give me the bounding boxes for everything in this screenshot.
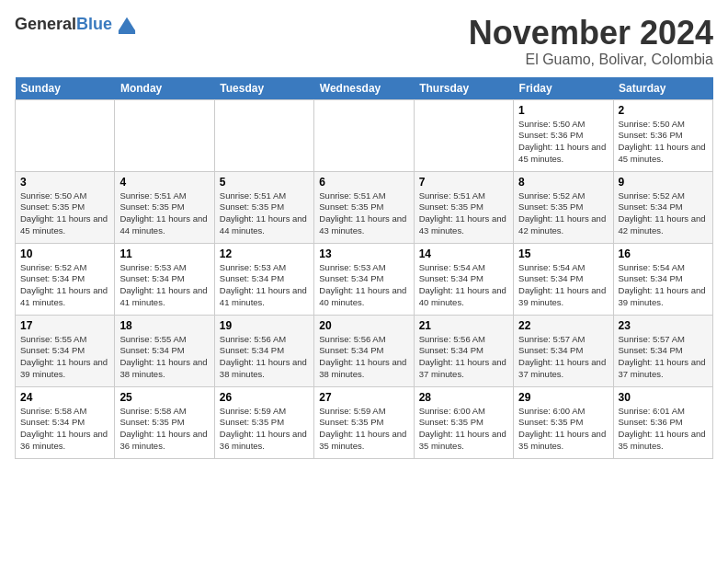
calendar-cell: 28 Sunrise: 6:00 AM Sunset: 5:35 PM Dayl… <box>414 386 513 458</box>
cell-date: 16 <box>619 247 708 260</box>
calendar-title: November 2024 <box>469 15 713 52</box>
cell-daylight: Daylight: 11 hours and 36 minutes. <box>220 429 309 453</box>
cell-daylight: Daylight: 11 hours and 43 minutes. <box>419 213 508 237</box>
cell-date: 12 <box>220 247 309 260</box>
cell-sunset: Sunset: 5:34 PM <box>119 273 209 285</box>
calendar-header-row: SundayMondayTuesdayWednesdayThursdayFrid… <box>16 77 713 100</box>
calendar-cell: 6 Sunrise: 5:51 AM Sunset: 5:35 PM Dayli… <box>314 171 414 243</box>
calendar-week-2: 3 Sunrise: 5:50 AM Sunset: 5:35 PM Dayli… <box>16 171 713 243</box>
cell-sunrise: Sunrise: 5:54 AM <box>619 262 708 274</box>
cell-sunrise: Sunrise: 5:52 AM <box>20 262 109 274</box>
col-header-monday: Monday <box>115 77 214 100</box>
cell-date: 8 <box>518 176 608 189</box>
cell-sunrise: Sunrise: 5:51 AM <box>220 190 309 202</box>
cell-date: 22 <box>518 319 608 332</box>
cell-sunset: Sunset: 5:35 PM <box>119 201 209 213</box>
calendar-cell: 30 Sunrise: 6:01 AM Sunset: 5:36 PM Dayl… <box>613 386 712 458</box>
cell-sunrise: Sunrise: 5:51 AM <box>119 190 209 202</box>
cell-daylight: Daylight: 11 hours and 36 minutes. <box>20 429 109 453</box>
cell-sunrise: Sunrise: 5:55 AM <box>119 334 209 346</box>
logo: GeneralBlue <box>15 15 140 34</box>
cell-sunrise: Sunrise: 5:57 AM <box>518 334 608 346</box>
cell-sunrise: Sunrise: 5:51 AM <box>319 190 408 202</box>
cell-sunrise: Sunrise: 5:53 AM <box>319 262 408 274</box>
calendar-cell: 2 Sunrise: 5:50 AM Sunset: 5:36 PM Dayli… <box>613 99 712 171</box>
cell-date: 26 <box>220 391 309 404</box>
cell-daylight: Daylight: 11 hours and 43 minutes. <box>319 213 408 237</box>
cell-date: 4 <box>119 176 209 189</box>
cell-date: 9 <box>619 176 708 189</box>
cell-sunset: Sunset: 5:34 PM <box>220 345 309 357</box>
calendar-cell: 22 Sunrise: 5:57 AM Sunset: 5:34 PM Dayl… <box>514 315 613 386</box>
cell-daylight: Daylight: 11 hours and 37 minutes. <box>419 357 508 381</box>
cell-daylight: Daylight: 11 hours and 39 minutes. <box>518 285 608 309</box>
logo-general-text: General <box>15 15 76 34</box>
cell-daylight: Daylight: 11 hours and 35 minutes. <box>619 429 708 453</box>
calendar-cell: 21 Sunrise: 5:56 AM Sunset: 5:34 PM Dayl… <box>414 315 513 386</box>
cell-sunset: Sunset: 5:36 PM <box>619 130 708 142</box>
calendar-cell: 8 Sunrise: 5:52 AM Sunset: 5:35 PM Dayli… <box>514 171 613 243</box>
cell-date: 24 <box>20 391 109 404</box>
cell-date: 23 <box>619 319 708 332</box>
calendar-cell: 29 Sunrise: 6:00 AM Sunset: 5:35 PM Dayl… <box>514 386 613 458</box>
col-header-thursday: Thursday <box>414 77 513 100</box>
cell-daylight: Daylight: 11 hours and 35 minutes. <box>319 429 408 453</box>
cell-sunset: Sunset: 5:34 PM <box>619 345 708 357</box>
cell-sunrise: Sunrise: 5:56 AM <box>319 334 408 346</box>
calendar-cell <box>214 99 313 171</box>
calendar-cell: 23 Sunrise: 5:57 AM Sunset: 5:34 PM Dayl… <box>613 315 712 386</box>
cell-date: 1 <box>518 104 608 117</box>
calendar-cell: 16 Sunrise: 5:54 AM Sunset: 5:34 PM Dayl… <box>613 243 712 315</box>
cell-sunrise: Sunrise: 6:00 AM <box>419 406 508 418</box>
calendar-cell: 11 Sunrise: 5:53 AM Sunset: 5:34 PM Dayl… <box>115 243 214 315</box>
cell-sunset: Sunset: 5:35 PM <box>419 417 508 429</box>
cell-sunset: Sunset: 5:34 PM <box>119 345 209 357</box>
cell-daylight: Daylight: 11 hours and 45 minutes. <box>20 213 109 237</box>
cell-sunset: Sunset: 5:34 PM <box>419 345 508 357</box>
cell-daylight: Daylight: 11 hours and 38 minutes. <box>220 357 309 381</box>
cell-sunset: Sunset: 5:34 PM <box>220 273 309 285</box>
calendar-cell: 19 Sunrise: 5:56 AM Sunset: 5:34 PM Dayl… <box>214 315 313 386</box>
cell-daylight: Daylight: 11 hours and 42 minutes. <box>619 213 708 237</box>
cell-daylight: Daylight: 11 hours and 44 minutes. <box>220 213 309 237</box>
cell-daylight: Daylight: 11 hours and 42 minutes. <box>518 213 608 237</box>
logo-icon <box>114 16 140 34</box>
cell-sunset: Sunset: 5:36 PM <box>518 130 608 142</box>
cell-daylight: Daylight: 11 hours and 41 minutes. <box>20 285 109 309</box>
cell-daylight: Daylight: 11 hours and 40 minutes. <box>419 285 508 309</box>
calendar-week-4: 17 Sunrise: 5:55 AM Sunset: 5:34 PM Dayl… <box>16 315 713 386</box>
cell-sunrise: Sunrise: 5:53 AM <box>119 262 209 274</box>
cell-sunset: Sunset: 5:34 PM <box>419 273 508 285</box>
calendar-cell: 9 Sunrise: 5:52 AM Sunset: 5:34 PM Dayli… <box>613 171 712 243</box>
cell-date: 11 <box>119 247 209 260</box>
col-header-sunday: Sunday <box>16 77 115 100</box>
svg-marker-1 <box>119 22 135 34</box>
calendar-cell: 17 Sunrise: 5:55 AM Sunset: 5:34 PM Dayl… <box>16 315 115 386</box>
col-header-saturday: Saturday <box>613 77 712 100</box>
col-header-wednesday: Wednesday <box>314 77 414 100</box>
cell-daylight: Daylight: 11 hours and 40 minutes. <box>319 285 408 309</box>
logo-blue-text: Blue <box>76 15 112 34</box>
cell-sunrise: Sunrise: 5:52 AM <box>619 190 708 202</box>
cell-sunrise: Sunrise: 5:53 AM <box>220 262 309 274</box>
calendar-cell: 3 Sunrise: 5:50 AM Sunset: 5:35 PM Dayli… <box>16 171 115 243</box>
cell-sunrise: Sunrise: 6:00 AM <box>518 406 608 418</box>
calendar-cell: 10 Sunrise: 5:52 AM Sunset: 5:34 PM Dayl… <box>16 243 115 315</box>
calendar-cell: 18 Sunrise: 5:55 AM Sunset: 5:34 PM Dayl… <box>115 315 214 386</box>
page: GeneralBlue November 2024 El Guamo, Boli… <box>0 0 728 466</box>
calendar-cell: 12 Sunrise: 5:53 AM Sunset: 5:34 PM Dayl… <box>214 243 313 315</box>
cell-sunset: Sunset: 5:34 PM <box>518 273 608 285</box>
cell-daylight: Daylight: 11 hours and 38 minutes. <box>319 357 408 381</box>
calendar-table: SundayMondayTuesdayWednesdayThursdayFrid… <box>15 77 713 459</box>
cell-date: 5 <box>220 176 309 189</box>
cell-date: 2 <box>619 104 708 117</box>
cell-daylight: Daylight: 11 hours and 37 minutes. <box>518 357 608 381</box>
calendar-cell: 24 Sunrise: 5:58 AM Sunset: 5:34 PM Dayl… <box>16 386 115 458</box>
title-block: November 2024 El Guamo, Bolivar, Colombi… <box>469 15 713 68</box>
cell-daylight: Daylight: 11 hours and 41 minutes. <box>220 285 309 309</box>
calendar-cell <box>115 99 214 171</box>
cell-sunrise: Sunrise: 5:50 AM <box>20 190 109 202</box>
cell-date: 6 <box>319 176 408 189</box>
calendar-cell: 5 Sunrise: 5:51 AM Sunset: 5:35 PM Dayli… <box>214 171 313 243</box>
cell-sunrise: Sunrise: 5:50 AM <box>518 119 608 131</box>
